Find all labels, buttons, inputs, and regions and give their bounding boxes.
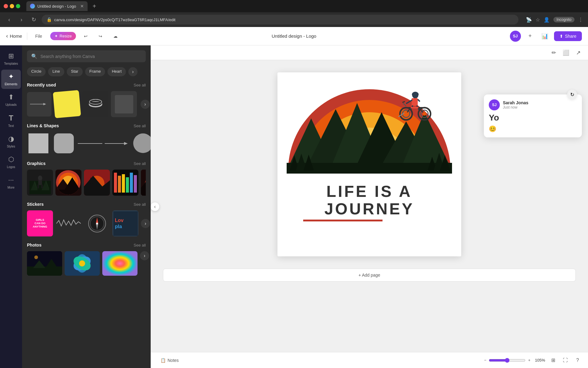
toolbar-right: SJ + 📊 ⬆ Share: [510, 31, 582, 42]
help-button[interactable]: ?: [573, 356, 582, 365]
comment-react-icon[interactable]: 😊: [489, 125, 577, 132]
search-input[interactable]: [40, 54, 141, 59]
sidebar-item-styles[interactable]: ◑ Styles: [1, 132, 21, 151]
sticker-love-play[interactable]: Lov pla: [112, 210, 138, 236]
chip-line[interactable]: Line: [48, 67, 64, 76]
cast-icon[interactable]: 📡: [526, 17, 532, 23]
frame-tool-button[interactable]: ⬜: [561, 48, 571, 58]
grid-view-button[interactable]: ⊞: [549, 356, 557, 365]
chart-button[interactable]: 📊: [539, 31, 550, 42]
share-button[interactable]: ⬆ Share: [554, 31, 582, 41]
incognito-badge: Incognito: [553, 17, 575, 22]
svg-rect-39: [130, 173, 133, 193]
hide-panel-button[interactable]: ‹: [151, 202, 159, 211]
toolbar-divider: [27, 33, 27, 40]
user-avatar[interactable]: SJ: [510, 31, 521, 42]
recently-used-see-all[interactable]: See all: [134, 83, 146, 87]
shape-straight-line[interactable]: [78, 140, 102, 147]
sidebar-item-uploads[interactable]: ⬆ Uploads: [1, 90, 21, 109]
journey-text[interactable]: LIFE IS A JOURNEY: [287, 183, 452, 218]
motorbike-element[interactable]: [394, 88, 443, 131]
zoom-out-icon[interactable]: −: [484, 358, 487, 362]
browser-tab[interactable]: Untitled design - Logo ✕: [26, 1, 88, 11]
shape-square[interactable]: [27, 132, 50, 155]
home-button[interactable]: ‹ Home: [6, 33, 22, 39]
photos-scroll-right[interactable]: ›: [140, 251, 149, 260]
lines-shapes-see-all[interactable]: See all: [134, 124, 146, 128]
sidebar-item-logos[interactable]: ⬡ Logos: [1, 152, 21, 172]
add-page-button[interactable]: + Add page: [163, 269, 576, 282]
export-tool-button[interactable]: ↗: [573, 48, 583, 58]
fullscreen-button[interactable]: ⛶: [561, 356, 570, 365]
chip-frame[interactable]: Frame: [85, 67, 105, 76]
profile-icon[interactable]: 👤: [544, 17, 550, 23]
minimize-window-btn[interactable]: [10, 4, 14, 8]
recently-item-ring[interactable]: [82, 91, 108, 117]
shape-arrow-line[interactable]: [105, 140, 129, 147]
photo-blue-flower[interactable]: [65, 251, 100, 276]
sidebar-item-more[interactable]: ··· More: [1, 173, 21, 192]
redo-button[interactable]: ↪: [96, 32, 105, 40]
bookmark-icon[interactable]: ☆: [536, 17, 540, 23]
elements-label: Elements: [5, 82, 17, 86]
templates-icon: ⊞: [8, 52, 14, 60]
chip-circle[interactable]: Circle: [27, 67, 46, 76]
menu-icon[interactable]: ⋮: [578, 17, 583, 23]
sticker-girls-can[interactable]: GIRLSCAN DOANYTHING: [27, 210, 53, 236]
svg-rect-84: [412, 98, 418, 106]
svg-point-17: [38, 175, 42, 181]
resize-button[interactable]: ✦ Resize: [50, 32, 76, 40]
recently-scroll-right[interactable]: ›: [141, 100, 150, 109]
recently-used-section: Recently used See all: [22, 80, 151, 121]
graphics-title: Graphics: [27, 161, 46, 166]
sidebar-item-elements[interactable]: ✦ Elements: [1, 70, 21, 89]
sidebar-item-text[interactable]: T Text: [1, 111, 21, 131]
photo-tie-dye[interactable]: [102, 251, 138, 276]
close-window-btn[interactable]: [4, 4, 8, 8]
comment-timestamp: Just now: [503, 105, 528, 109]
tab-favicon: [30, 4, 35, 9]
url-bar[interactable]: 🔒 canva.com/design/DAFNV2ps0cQ/T17wz8eaG…: [42, 15, 518, 25]
zoom-slider[interactable]: [489, 358, 526, 363]
zoom-in-icon[interactable]: +: [528, 358, 530, 362]
plus-button[interactable]: +: [525, 31, 536, 42]
recently-item-sticky-note[interactable]: [53, 90, 81, 118]
svg-line-86: [418, 99, 420, 102]
stickers-see-all[interactable]: See all: [134, 202, 146, 207]
graphic-hiker[interactable]: [84, 170, 110, 196]
graphic-red-sunset[interactable]: [141, 170, 146, 196]
stickers-scroll-right[interactable]: ›: [141, 219, 150, 228]
sticker-compass[interactable]: [84, 210, 110, 236]
chip-heart[interactable]: Heart: [107, 67, 126, 76]
recently-item-arrow[interactable]: [27, 92, 51, 117]
svg-text:Lov: Lov: [115, 218, 124, 223]
graphic-sunset-mountain[interactable]: [55, 170, 81, 196]
maximize-window-btn[interactable]: [16, 4, 20, 8]
graphic-bigfoot[interactable]: [27, 170, 53, 196]
refresh-comment-icon[interactable]: ↻: [567, 90, 577, 99]
chips-scroll-right[interactable]: ›: [128, 67, 138, 76]
photo-night-scene[interactable]: [27, 251, 62, 276]
shape-rounded-square[interactable]: [52, 132, 75, 155]
sticker-sound-wave[interactable]: [55, 210, 81, 236]
shape-circle[interactable]: [132, 132, 151, 155]
new-tab-button[interactable]: +: [90, 2, 99, 10]
graphics-see-all[interactable]: See all: [134, 161, 146, 166]
back-button[interactable]: ‹: [5, 15, 13, 24]
notes-button[interactable]: 📋 Notes: [157, 356, 183, 365]
edit-tool-button[interactable]: ✏: [549, 48, 559, 58]
sidebar-item-templates[interactable]: ⊞ Templates: [1, 49, 21, 68]
recently-item-light[interactable]: [111, 91, 137, 117]
chip-star[interactable]: Star: [67, 67, 83, 76]
forward-button[interactable]: ›: [17, 15, 26, 24]
svg-marker-10: [124, 142, 128, 145]
resize-label: Resize: [60, 34, 72, 38]
comment-user-info: Sarah Jonas Just now: [503, 100, 528, 109]
graphic-colorful-bars[interactable]: [112, 170, 138, 196]
file-button[interactable]: File: [32, 32, 45, 40]
tab-close-icon[interactable]: ✕: [80, 4, 84, 9]
refresh-button[interactable]: ↻: [29, 15, 38, 24]
save-button[interactable]: ☁: [110, 32, 121, 40]
photos-see-all[interactable]: See all: [134, 243, 146, 247]
undo-button[interactable]: ↩: [81, 32, 91, 40]
